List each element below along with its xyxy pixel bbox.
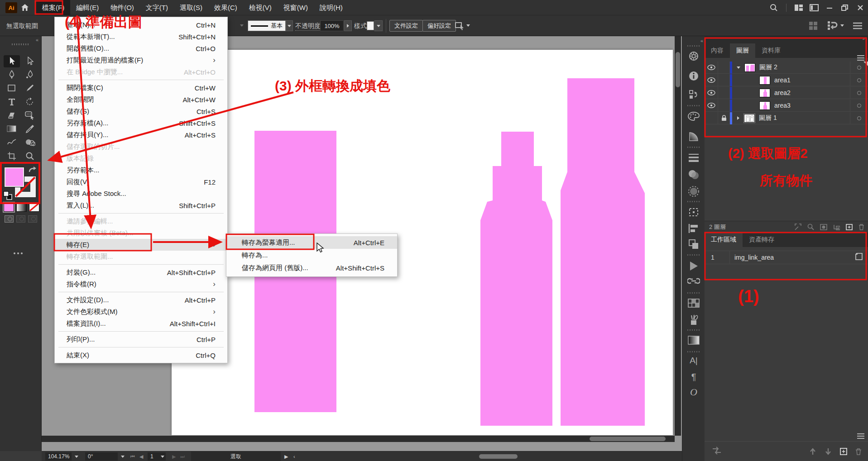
menu-item-exit[interactable]: 結束(X)Ctrl+Q: [55, 349, 227, 361]
artboard-name[interactable]: img_link_area: [730, 254, 774, 261]
menu-item-document-setup[interactable]: 文件設定(D)...Alt+Ctrl+P: [55, 294, 227, 306]
zoom-dropdown-chevron[interactable]: [72, 452, 81, 461]
menu-view[interactable]: 檢視(V): [243, 0, 278, 15]
tab-properties[interactable]: 內容: [705, 43, 730, 58]
object-name[interactable]: area2: [774, 89, 791, 96]
zoom-level-field[interactable]: 104.17%: [45, 452, 72, 461]
snap-dropdown-chevron[interactable]: [840, 24, 844, 27]
artboard-dropdown-chevron[interactable]: [153, 452, 161, 461]
search-icon[interactable]: [766, 2, 782, 14]
submenu-item-save-for-web[interactable]: 儲存為網頁用 (舊版)...Alt+Shift+Ctrl+S: [226, 261, 397, 274]
selection-options-icon[interactable]: [682, 185, 705, 197]
draw-inside-icon[interactable]: [28, 215, 37, 223]
layer-thumbnail[interactable]: [744, 114, 755, 123]
menu-item-scripts[interactable]: 指令檔(R)›: [55, 278, 227, 290]
character-panel-icon[interactable]: A|: [682, 356, 705, 366]
menu-effect[interactable]: 效果(C): [208, 0, 243, 15]
paragraph-panel-icon[interactable]: ¶: [682, 372, 705, 382]
menu-item-close-all[interactable]: 全部關閉Alt+Ctrl+W: [55, 94, 227, 105]
expand-panels-icon[interactable]: «: [682, 38, 705, 43]
strip-grip[interactable]: [687, 351, 700, 352]
direct-selection-tool[interactable]: [22, 55, 38, 67]
swatches-panel-icon[interactable]: [682, 299, 705, 308]
zoom-tool[interactable]: [22, 150, 38, 162]
menu-item-new[interactable]: 新增(N)...Ctrl+N: [55, 19, 227, 31]
visibility-toggle[interactable]: [705, 100, 718, 112]
collapse-toolbar-icon[interactable]: «: [36, 37, 38, 43]
default-fill-stroke-icon[interactable]: [3, 191, 12, 199]
move-down-icon[interactable]: [825, 448, 832, 455]
document-info-icon[interactable]: [682, 71, 705, 81]
menu-item-save-a-copy[interactable]: 儲存拷貝(Y)...Alt+Ctrl+S: [55, 129, 227, 141]
menu-item-search-adobe-stock[interactable]: 搜尋 Adobe Stock...: [55, 188, 227, 200]
strip-grip[interactable]: [687, 254, 700, 256]
comment-select-tool[interactable]: [22, 109, 38, 122]
align-panel-icon[interactable]: [682, 223, 705, 233]
menu-item-open[interactable]: 開啟舊檔(O)...Ctrl+O: [55, 43, 227, 54]
layer-row-layer1[interactable]: 圖層 1: [705, 112, 868, 124]
next-artboard-icon[interactable]: ▶: [172, 454, 176, 460]
target-column[interactable]: [850, 112, 868, 124]
isolate-dropdown-chevron[interactable]: [466, 24, 470, 27]
stroke-style-field[interactable]: 基本: [248, 20, 286, 31]
menu-edit[interactable]: 編輯(E): [70, 0, 105, 15]
menu-item-save-as-template[interactable]: 另存範本...: [55, 164, 227, 176]
fill-color-swatch[interactable]: [5, 167, 24, 187]
visibility-toggle[interactable]: [705, 74, 718, 86]
controlbar-menu-icon[interactable]: [853, 22, 862, 31]
strip-grip[interactable]: [687, 292, 700, 294]
eyedropper-tool[interactable]: [22, 123, 38, 135]
pen-tool[interactable]: [4, 69, 20, 81]
paintbrush-tool[interactable]: [22, 82, 38, 95]
make-clipping-mask-icon[interactable]: [820, 224, 827, 230]
tab-libraries[interactable]: 資料庫: [755, 43, 787, 58]
new-sublayer-icon[interactable]: [833, 224, 840, 230]
lock-toggle[interactable]: [718, 112, 730, 124]
layer-thumbnail[interactable]: [744, 63, 755, 72]
brushes-panel-icon[interactable]: [682, 314, 705, 326]
curvature-tool[interactable]: [22, 69, 38, 81]
opentype-panel-icon[interactable]: O: [682, 386, 705, 398]
opacity-value[interactable]: 100%: [320, 20, 344, 31]
close-button[interactable]: [853, 2, 868, 14]
isolate-selection-icon[interactable]: [455, 21, 465, 32]
artboard-row[interactable]: 1 img_link_area: [705, 251, 868, 264]
discover-wheel-icon[interactable]: [682, 51, 705, 62]
toolbar-grip[interactable]: [12, 43, 30, 45]
artboard-page-icon[interactable]: [854, 253, 863, 262]
menu-item-open-recent[interactable]: 打開最近使用過的檔案(F)›: [55, 54, 227, 66]
width-tool[interactable]: [4, 137, 20, 149]
menu-object[interactable]: 物件(O): [105, 0, 140, 15]
lock-toggle[interactable]: [718, 74, 730, 86]
vertical-scrollbar[interactable]: [675, 36, 681, 436]
color-button[interactable]: [4, 203, 14, 212]
snap-options-icon[interactable]: [827, 20, 838, 33]
layer-row-area1[interactable]: area1: [705, 74, 868, 86]
target-column[interactable]: [850, 100, 868, 112]
none-button[interactable]: [29, 203, 39, 212]
visibility-toggle[interactable]: [705, 112, 718, 124]
swap-fill-stroke-icon[interactable]: [28, 166, 38, 176]
horizontal-scrollbar-thumb[interactable]: [590, 437, 666, 441]
stroke-style-dropdown[interactable]: [286, 20, 293, 31]
layer-name[interactable]: 圖層 2: [759, 63, 777, 71]
menu-help[interactable]: 說明(H): [314, 0, 349, 15]
draw-normal-icon[interactable]: [5, 215, 14, 223]
collect-for-export-icon[interactable]: [795, 223, 801, 230]
menu-item-close[interactable]: 關閉檔案(C)Ctrl+W: [55, 82, 227, 94]
transparency-panel-icon[interactable]: [682, 169, 705, 180]
minimize-button[interactable]: [822, 2, 837, 14]
menu-item-package[interactable]: 封裝(G)...Alt+Shift+Ctrl+P: [55, 266, 227, 278]
strip-grip[interactable]: [687, 201, 700, 202]
color-guide-icon[interactable]: [682, 131, 705, 142]
tab-artboards[interactable]: 工作區域: [705, 233, 743, 247]
layer-row-area3[interactable]: area3: [705, 100, 868, 112]
type-tool[interactable]: [4, 96, 20, 108]
menu-item-file-info[interactable]: 檔案資訊(I)...Alt+Shift+Ctrl+I: [55, 318, 227, 329]
artboards-panel-menu-icon[interactable]: [857, 433, 864, 439]
home-icon[interactable]: [21, 4, 29, 13]
artboard-tool[interactable]: [4, 150, 20, 162]
strip-grip[interactable]: [687, 45, 700, 47]
gradient-button[interactable]: [16, 203, 27, 212]
gradient-tool[interactable]: [4, 123, 20, 135]
